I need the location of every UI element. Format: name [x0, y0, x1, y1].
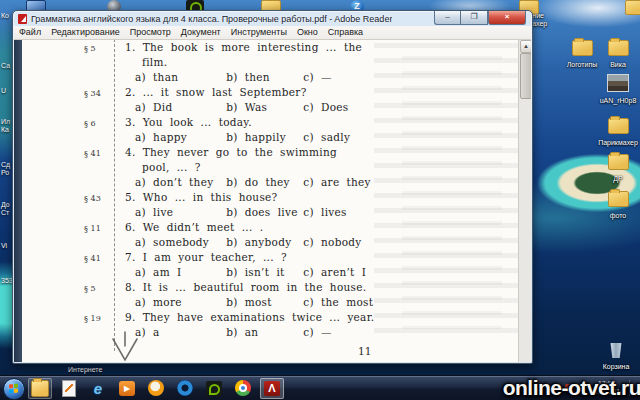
menu-item[interactable]: Инструменты	[226, 26, 292, 39]
taskbar-app-icon: Λ	[264, 381, 280, 396]
desktop-shortcut-icon[interactable]	[625, 0, 640, 13]
question-text: 3. You look ... today.	[125, 115, 393, 130]
pdf-file-icon	[18, 14, 27, 24]
menu-item[interactable]: Окно	[292, 26, 323, 39]
desktop-label-internet[interactable]: Интернете	[68, 366, 102, 373]
section-reference: § 34	[84, 86, 120, 101]
menu-bar: ФайлРедактированиеПросмотрДокументИнстру…	[14, 26, 531, 40]
taskbar-app-icon	[235, 380, 251, 396]
close-button[interactable]: ×	[488, 11, 526, 25]
pdf-page: § 5 1. The book is more interesting ... …	[22, 39, 518, 362]
option-a: a) Did	[135, 100, 219, 115]
option-a: a) more	[135, 295, 219, 310]
taskbar-app-icon	[177, 380, 193, 396]
taskbar-app-button[interactable]	[28, 378, 52, 399]
question-text: 4. They never go to the swimming pool, .…	[125, 145, 393, 175]
desktop-icon[interactable]: Парикмахер	[596, 118, 640, 147]
scroll-up-icon[interactable]: ▲	[520, 40, 531, 53]
desktop-icon-glyph	[610, 343, 623, 358]
option-c: c) —	[303, 325, 332, 340]
question-text: 6. We didn’t meet ... .	[125, 220, 393, 235]
desktop-icon[interactable]: Вика	[596, 40, 640, 69]
option-b: b) does live	[226, 205, 296, 220]
handwritten-arrow-mark	[108, 331, 142, 362]
taskbar-app-button[interactable]	[173, 378, 197, 399]
taskbar-app-icon	[148, 380, 164, 396]
option-a: a) a	[135, 325, 219, 340]
desktop-icon[interactable]: фото	[596, 191, 640, 220]
answer-options: a) Did b) Was c) Does	[125, 100, 393, 115]
start-button[interactable]	[3, 378, 25, 400]
watermark-text: online-otvet.ru	[503, 376, 640, 400]
option-c: c) nobody	[303, 235, 361, 250]
question-block: § 41 7. I am your teacher, ... ? a) am I…	[125, 250, 393, 280]
desktop-label-fragment: Ка	[1, 126, 9, 133]
taskbar-app-button[interactable]: Λ	[260, 378, 284, 399]
taskbar-app-button[interactable]	[144, 378, 168, 399]
option-b: b) anybody	[226, 235, 296, 250]
option-a: a) than	[135, 70, 219, 85]
taskbar-app-button[interactable]: e	[86, 378, 110, 399]
desktop-icon[interactable]: ДР	[596, 154, 640, 183]
desktop-label-fragment: Ил	[1, 118, 10, 125]
section-reference: § 41	[84, 146, 120, 161]
taskbar-app-button[interactable]	[202, 378, 226, 399]
desktop-label-fragment: До	[1, 201, 10, 208]
question-text: 7. I am your teacher, ... ?	[125, 250, 393, 265]
question-block: § 43 5. Who ... in this house? a) live b…	[125, 190, 393, 220]
question-block: § 6 3. You look ... today. a) happy b) h…	[125, 115, 393, 145]
question-block: § 11 6. We didn’t meet ... . a) somebody…	[125, 220, 393, 250]
desktop-icon-glyph	[608, 118, 629, 134]
menu-item[interactable]: Справка	[323, 26, 368, 39]
desktop-label-fragment: Ст	[1, 209, 9, 216]
question-block: § 5 1. The book is more interesting ... …	[125, 40, 393, 85]
minimize-button[interactable]: –	[434, 11, 460, 25]
taskbar-app-button[interactable]	[231, 378, 255, 399]
answer-options: a) a b) an c) —	[125, 325, 393, 340]
windows-logo-icon	[9, 384, 18, 394]
menu-item[interactable]: Документ	[176, 26, 226, 39]
section-reference: § 6	[84, 116, 120, 131]
desktop-label-fragment: Сд	[1, 161, 10, 168]
answer-options: a) than b) then c) —	[125, 70, 393, 85]
answer-options: a) don’t they b) do they c) are they	[125, 175, 393, 190]
maximize-button[interactable]: ❐	[460, 11, 488, 25]
answer-options: a) somebody b) anybody c) nobody	[125, 235, 393, 250]
shortcut-glyph	[625, 0, 640, 15]
question-block: § 5 8. It is ... beautiful room in the h…	[125, 280, 393, 310]
caption-buttons: – ❐ ×	[434, 11, 526, 25]
taskbar-app-button[interactable]	[57, 378, 81, 399]
option-c: c) Does	[303, 100, 348, 115]
option-b: b) happily	[226, 130, 296, 145]
answer-options: a) happy b) happily c) sadly	[125, 130, 393, 145]
menu-item[interactable]: Файл	[14, 26, 46, 39]
taskbar-app-icon: e	[90, 381, 106, 396]
vertical-scrollbar[interactable]: ▲	[518, 39, 531, 362]
navigation-pane-strip[interactable]	[14, 39, 22, 362]
desktop-icon[interactable]: Корзина	[594, 343, 638, 371]
desktop-icon-label: Корзина	[594, 363, 638, 371]
option-b: b) most	[226, 295, 296, 310]
option-c: c) —	[303, 70, 332, 85]
desktop-label-fragment: Ко	[1, 12, 9, 19]
taskbar-app-icon: ▶	[119, 381, 135, 396]
option-c: c) sadly	[303, 130, 350, 145]
taskbar-buttons: e ▶ Λ	[28, 377, 284, 399]
desktop-icon-glyph	[572, 40, 593, 56]
menu-item[interactable]: Просмотр	[125, 26, 176, 39]
option-c: c) are they	[303, 175, 371, 190]
question-text: 8. It is ... beautiful room in the house…	[125, 280, 393, 295]
option-b: b) then	[226, 70, 296, 85]
taskbar-app-button[interactable]: ▶	[115, 378, 139, 399]
answer-options: a) am I b) isn’t it c) aren’t I	[125, 265, 393, 280]
desktop-icon-label: uAN_rH0p8	[596, 97, 640, 105]
taskbar-app-icon	[206, 381, 222, 396]
menu-item[interactable]: Редактирование	[46, 26, 125, 39]
desktop-icon-glyph	[608, 154, 629, 170]
question-text: 1. The book is more interesting ... the …	[125, 40, 393, 70]
desktop-icon[interactable]: uAN_rH0p8	[596, 74, 640, 105]
option-a: a) somebody	[135, 235, 219, 250]
scrollbar-thumb[interactable]	[520, 53, 531, 99]
option-a: a) don’t they	[135, 175, 219, 190]
section-reference: § 11	[84, 221, 120, 236]
